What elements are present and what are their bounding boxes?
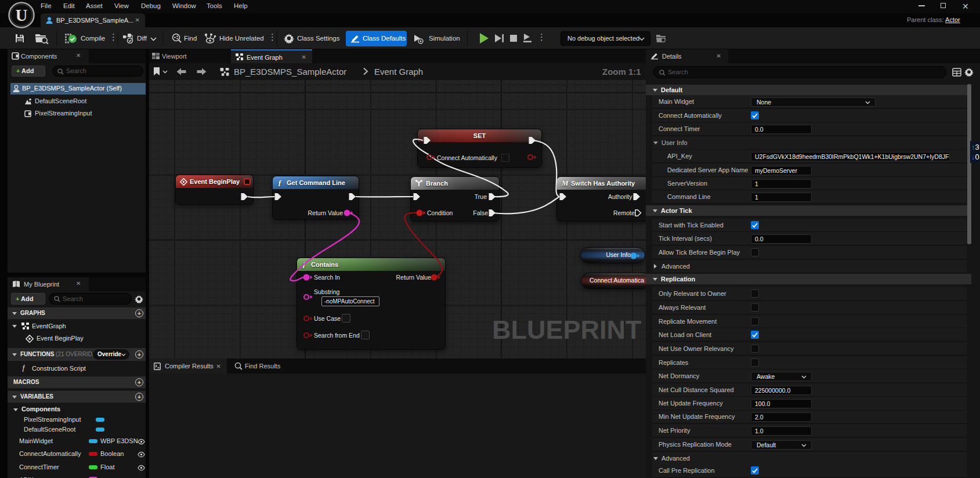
svg-text:U: U (16, 6, 28, 24)
